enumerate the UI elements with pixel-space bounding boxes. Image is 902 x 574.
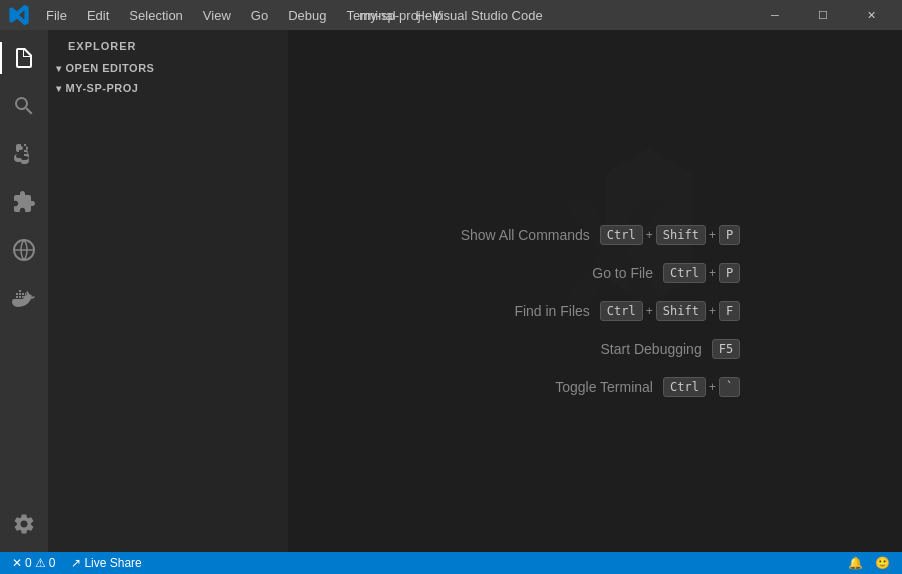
statusbar-right: 🔔 🙂 — [844, 556, 894, 570]
menu-selection[interactable]: Selection — [119, 4, 192, 27]
menu-edit[interactable]: Edit — [77, 4, 119, 27]
open-editors-section: ▾ Open Editors — [48, 58, 288, 78]
project-header[interactable]: ▾ MY-SP-PROJ — [48, 78, 288, 98]
activity-docker[interactable] — [0, 274, 48, 322]
activity-bar — [0, 30, 48, 552]
kbd-group-2: Ctrl + P — [663, 263, 740, 283]
shortcut-find-in-files: Find in Files Ctrl + Shift + F — [450, 301, 740, 321]
kbd-group-5: Ctrl + ` — [663, 377, 740, 397]
smiley-icon[interactable]: 🙂 — [871, 556, 894, 570]
docker-icon — [12, 286, 36, 310]
bell-icon: 🔔 — [848, 556, 863, 570]
shortcuts-container: Show All Commands Ctrl + Shift + P Go to… — [450, 225, 740, 397]
warning-count: 0 — [49, 556, 56, 570]
files-icon — [12, 46, 36, 70]
main-layout: Explorer ▾ Open Editors ▾ MY-SP-PROJ — [0, 30, 902, 552]
sidebar: Explorer ▾ Open Editors ▾ MY-SP-PROJ — [48, 30, 288, 552]
activity-explorer[interactable] — [0, 34, 48, 82]
kbd-group-4: F5 — [712, 339, 740, 359]
activity-search[interactable] — [0, 82, 48, 130]
menu-file[interactable]: File — [36, 4, 77, 27]
extensions-icon — [12, 190, 36, 214]
project-section: ▾ MY-SP-PROJ — [48, 78, 288, 98]
kbd-group-3: Ctrl + Shift + F — [600, 301, 740, 321]
statusbar: ✕ 0 ⚠ 0 ↗ Live Share 🔔 🙂 — [0, 552, 902, 574]
shortcut-label-4: Start Debugging — [562, 341, 702, 357]
maximize-button[interactable]: ☐ — [800, 0, 846, 30]
search-icon — [12, 94, 36, 118]
shortcut-go-to-file: Go to File Ctrl + P — [450, 263, 740, 283]
error-count: 0 — [25, 556, 32, 570]
shortcut-label-2: Go to File — [513, 265, 653, 281]
chevron-down-icon: ▾ — [56, 63, 62, 74]
explorer-header: Explorer — [48, 30, 288, 58]
menu-go[interactable]: Go — [241, 4, 278, 27]
activity-extensions[interactable] — [0, 178, 48, 226]
close-button[interactable]: ✕ — [848, 0, 894, 30]
activity-source-control[interactable] — [0, 130, 48, 178]
share-icon: ↗ — [71, 556, 81, 570]
feedback-icon: 🙂 — [875, 556, 890, 570]
shortcut-label-3: Find in Files — [450, 303, 590, 319]
vscode-logo-icon — [8, 4, 30, 26]
window-title: my-sp-proj - Visual Studio Code — [359, 8, 542, 23]
shortcut-label-5: Toggle Terminal — [513, 379, 653, 395]
chevron-down-icon-2: ▾ — [56, 83, 62, 94]
settings-gear-icon — [12, 512, 36, 536]
errors-indicator[interactable]: ✕ 0 ⚠ 0 — [8, 556, 59, 570]
menu-view[interactable]: View — [193, 4, 241, 27]
open-editors-label: Open Editors — [66, 62, 155, 74]
remote-icon — [12, 238, 36, 262]
kbd-group-1: Ctrl + Shift + P — [600, 225, 740, 245]
error-icon: ✕ — [12, 556, 22, 570]
project-label: MY-SP-PROJ — [66, 82, 139, 94]
titlebar: File Edit Selection View Go Debug Termin… — [0, 0, 902, 30]
liveshare-label: Live Share — [84, 556, 141, 570]
activity-remote[interactable] — [0, 226, 48, 274]
minimize-button[interactable]: ─ — [752, 0, 798, 30]
menu-debug[interactable]: Debug — [278, 4, 336, 27]
liveshare-button[interactable]: ↗ Live Share — [67, 556, 145, 570]
notification-icon[interactable]: 🔔 — [844, 556, 867, 570]
open-editors-header[interactable]: ▾ Open Editors — [48, 58, 288, 78]
shortcut-show-all-commands: Show All Commands Ctrl + Shift + P — [450, 225, 740, 245]
shortcut-toggle-terminal: Toggle Terminal Ctrl + ` — [450, 377, 740, 397]
shortcut-start-debugging: Start Debugging F5 — [450, 339, 740, 359]
window-controls: ─ ☐ ✕ — [752, 0, 894, 30]
git-icon — [12, 142, 36, 166]
activity-settings[interactable] — [0, 500, 48, 548]
shortcut-label-1: Show All Commands — [450, 227, 590, 243]
statusbar-left: ✕ 0 ⚠ 0 ↗ Live Share — [8, 556, 146, 570]
editor-area: Show All Commands Ctrl + Shift + P Go to… — [288, 30, 902, 552]
warning-icon: ⚠ — [35, 556, 46, 570]
